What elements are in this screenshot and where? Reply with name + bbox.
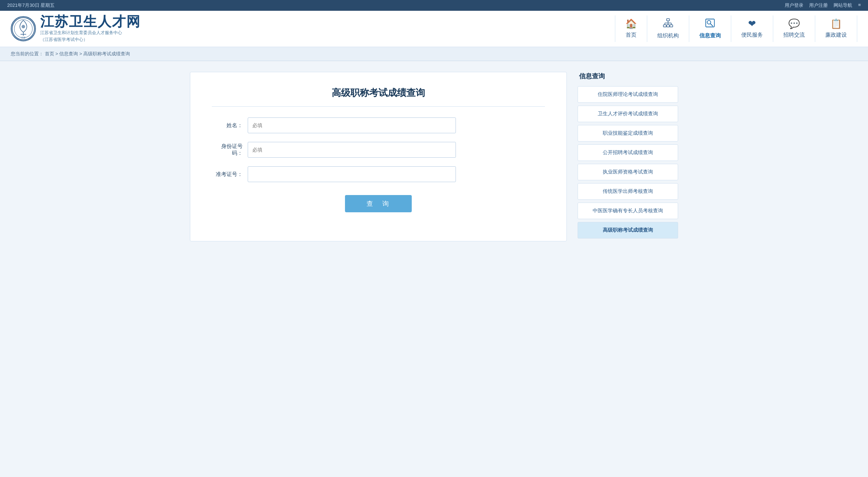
breadcrumb-sep1: >: [55, 51, 59, 56]
sidebar-item-doctor[interactable]: 执业医师资格考试查询: [578, 164, 678, 180]
nav-icon[interactable]: ≡: [858, 2, 861, 9]
nav-org-label: 组织机构: [657, 32, 679, 39]
breadcrumb-home[interactable]: 首页: [45, 51, 54, 56]
svg-rect-6: [667, 19, 669, 21]
sidebar-item-talent[interactable]: 卫生人才评价考试成绩查询: [578, 106, 678, 122]
nav-recruit-label: 招聘交流: [783, 32, 805, 38]
site-nav-link[interactable]: 网站导航: [834, 2, 852, 9]
sidebar-item-senior[interactable]: 高级职称考试成绩查询: [578, 222, 678, 239]
form-title: 高级职称考试成绩查询: [212, 87, 545, 107]
main-nav: 🏠 首页 组织机构: [155, 15, 857, 42]
nav-service[interactable]: ❤ 便民服务: [731, 15, 773, 42]
sidebar: 信息查询 住院医师理论考试成绩查询 卫生人才评价考试成绩查询 职业技能鉴定成绩查…: [578, 72, 678, 241]
info-icon: [705, 18, 715, 30]
header: 江苏 江苏卫生人才网 江苏省卫生和计划生育委员会人才服务中心 （江苏省医学考试中…: [0, 11, 868, 47]
logo-title: 江苏卫生人才网: [40, 14, 141, 29]
home-icon: 🏠: [625, 18, 637, 29]
user-register-link[interactable]: 用户注册: [809, 2, 828, 9]
examno-input[interactable]: [248, 166, 456, 182]
nav-home[interactable]: 🏠 首页: [615, 15, 647, 42]
svg-point-16: [707, 20, 711, 24]
nav-integrity-label: 廉政建设: [825, 32, 847, 38]
sidebar-item-resident[interactable]: 住院医师理论考试成绩查询: [578, 86, 678, 103]
query-button[interactable]: 查 询: [345, 195, 412, 212]
idcard-field-group: 身份证号码：: [212, 142, 545, 158]
idcard-input[interactable]: [248, 142, 456, 158]
svg-rect-9: [670, 25, 673, 27]
nav-home-label: 首页: [626, 32, 636, 38]
name-label: 姓名：: [212, 122, 248, 129]
nav-org[interactable]: 组织机构: [647, 15, 689, 42]
nav-info[interactable]: 信息查询: [689, 15, 731, 42]
sidebar-item-tcm[interactable]: 中医医学确有专长人员考核查询: [578, 203, 678, 219]
form-section: 高级职称考试成绩查询 姓名： 身份证号码： 准考证号： 查 询: [190, 72, 567, 241]
nav-integrity[interactable]: 📋 廉政建设: [815, 15, 857, 42]
logo-subtitle2: （江苏省医学考试中心）: [40, 36, 141, 43]
nav-service-label: 便民服务: [741, 32, 763, 38]
breadcrumb-prefix: 您当前的位置：: [11, 51, 43, 56]
name-field-group: 姓名：: [212, 117, 545, 133]
recruit-icon: 💬: [788, 18, 800, 29]
svg-rect-7: [663, 25, 666, 27]
breadcrumb-current: 高级职称考试成绩查询: [83, 51, 130, 56]
name-input[interactable]: [248, 117, 456, 133]
top-bar-links: 用户登录 用户注册 网站导航 ≡: [785, 2, 861, 9]
user-login-link[interactable]: 用户登录: [785, 2, 803, 9]
svg-point-2: [22, 25, 25, 28]
svg-line-17: [710, 24, 713, 26]
sidebar-item-skill[interactable]: 职业技能鉴定成绩查询: [578, 125, 678, 142]
nav-info-label: 信息查询: [699, 32, 721, 39]
breadcrumb-sep2: >: [79, 51, 83, 56]
sidebar-item-recruit[interactable]: 公开招聘考试成绩查询: [578, 144, 678, 161]
examno-label: 准考证号：: [212, 171, 248, 178]
logo-text: 江苏卫生人才网 江苏省卫生和计划生育委员会人才服务中心 （江苏省医学考试中心）: [40, 14, 141, 43]
logo-subtitle1: 江苏省卫生和计划生育委员会人才服务中心: [40, 29, 141, 36]
sidebar-item-traditional[interactable]: 传统医学出师考核查询: [578, 183, 678, 200]
service-icon: ❤: [748, 18, 756, 29]
breadcrumb-info[interactable]: 信息查询: [59, 51, 78, 56]
top-bar: 2021年7月30日 星期五 用户登录 用户注册 网站导航 ≡: [0, 0, 868, 11]
breadcrumb: 您当前的位置： 首页 > 信息查询 > 高级职称考试成绩查询: [0, 47, 868, 61]
main-content: 高级职称考试成绩查询 姓名： 身份证号码： 准考证号： 查 询 信息查询 住院医…: [183, 61, 685, 252]
sidebar-title: 信息查询: [578, 72, 678, 80]
examno-field-group: 准考证号：: [212, 166, 545, 182]
integrity-icon: 📋: [830, 18, 842, 29]
logo-area[interactable]: 江苏 江苏卫生人才网 江苏省卫生和计划生育委员会人才服务中心 （江苏省医学考试中…: [11, 14, 141, 43]
idcard-label: 身份证号码：: [212, 143, 248, 157]
logo-emblem: 江苏: [11, 16, 36, 41]
org-icon: [663, 18, 673, 30]
nav-recruit[interactable]: 💬 招聘交流: [773, 15, 815, 42]
date-display: 2021年7月30日 星期五: [7, 2, 55, 9]
svg-text:江苏: 江苏: [21, 37, 25, 39]
svg-rect-8: [667, 25, 669, 27]
